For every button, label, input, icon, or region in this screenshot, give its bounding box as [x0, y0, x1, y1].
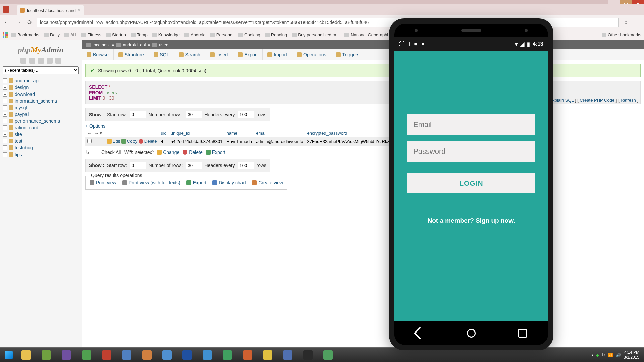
num-rows-input[interactable]	[186, 111, 202, 118]
create-view-link[interactable]: Create view	[252, 180, 283, 185]
taskbar-clock[interactable]: 4:14 PM 3/1/2015	[624, 350, 639, 360]
bookmark-item[interactable]: National Geographi...	[344, 32, 392, 37]
bookmark-item[interactable]: Cooking	[238, 32, 260, 37]
check-all-checkbox[interactable]	[94, 150, 98, 154]
taskbar-app[interactable]	[16, 349, 36, 361]
row-checkbox[interactable]	[87, 139, 92, 143]
print-full-link[interactable]: Print view (with full texts)	[122, 180, 180, 185]
expand-icon[interactable]: +	[3, 112, 7, 117]
column-header[interactable]: ←T→ ▼	[85, 129, 105, 137]
breadcrumb-server[interactable]: localhost	[93, 42, 110, 47]
bookmark-item[interactable]: Fitness	[81, 32, 101, 37]
breadcrumb-table[interactable]: users	[159, 42, 170, 47]
forward-button[interactable]: →	[14, 18, 22, 26]
db-tree-item[interactable]: +testnbug	[3, 144, 79, 151]
tab-insert[interactable]: Insert	[205, 49, 233, 60]
docs-icon[interactable]	[47, 58, 53, 64]
start-button[interactable]	[1, 349, 16, 361]
breadcrumb-db[interactable]: android_api	[123, 42, 146, 47]
signup-link[interactable]: Not a member? Sign up now.	[427, 217, 515, 224]
db-tree-item[interactable]: +information_schema	[3, 98, 79, 104]
column-header[interactable]: email	[254, 129, 305, 137]
expand-icon[interactable]: +	[3, 119, 7, 123]
print-view-link[interactable]: Print view	[90, 180, 116, 185]
logout-icon[interactable]	[29, 58, 35, 64]
taskbar-app[interactable]	[278, 349, 298, 361]
back-button[interactable]: ←	[3, 18, 11, 26]
email-field[interactable]	[407, 114, 535, 135]
db-tree-item[interactable]: +ration_card	[3, 124, 79, 131]
column-header[interactable]: unique_id	[169, 129, 225, 137]
expand-icon[interactable]: +	[3, 78, 7, 83]
taskbar-app[interactable]	[238, 349, 257, 361]
db-tree-item[interactable]: +test	[3, 138, 79, 144]
db-tree-item[interactable]: +paypal	[3, 111, 79, 118]
tab-search[interactable]: Search	[174, 49, 205, 60]
taskbar-app[interactable]	[258, 349, 277, 361]
reload-nav-icon[interactable]	[55, 58, 61, 64]
db-tree-item[interactable]: +android_api	[3, 77, 79, 84]
menu-icon[interactable]: ≡	[633, 18, 641, 26]
db-tree-item[interactable]: +download	[3, 91, 79, 98]
bookmark-item[interactable]: Buy personalized m...	[292, 32, 340, 37]
star-icon[interactable]: ☆	[622, 18, 630, 26]
batch-change[interactable]: Change	[157, 149, 179, 155]
taskbar-app[interactable]	[318, 349, 338, 361]
tray-up-icon[interactable]: ▴	[591, 353, 593, 357]
tray-network-icon[interactable]: ◆	[596, 353, 599, 357]
bookmark-item[interactable]: Reading	[265, 32, 287, 37]
login-button[interactable]: LOGIN	[407, 173, 535, 193]
tray-network-icon[interactable]: 📶	[608, 353, 613, 357]
tab-sql[interactable]: SQL	[149, 49, 174, 60]
android-home-button[interactable]	[467, 329, 476, 338]
bookmark-item[interactable]: Other bookmarks	[602, 32, 641, 37]
tab-triggers[interactable]: Triggers	[331, 49, 365, 60]
expand-icon[interactable]: +	[3, 152, 7, 157]
password-field[interactable]	[407, 141, 535, 162]
taskbar-app[interactable]	[137, 349, 157, 361]
expand-icon[interactable]: +	[3, 139, 7, 143]
browser-tab[interactable]: localhost / localhost / and ×	[17, 5, 84, 15]
db-tree-item[interactable]: +design	[3, 84, 79, 91]
db-tree-item[interactable]: +performance_schema	[3, 118, 79, 124]
create-php-link[interactable]: Create PHP Code	[580, 98, 614, 103]
taskbar-app[interactable]	[97, 349, 116, 361]
tab-structure[interactable]: Structure	[114, 49, 149, 60]
expand-icon[interactable]: +	[3, 85, 7, 90]
expand-icon[interactable]: +	[3, 132, 7, 137]
bookmark-item[interactable]: Bookmarks	[11, 32, 39, 37]
column-header[interactable]: name	[225, 129, 254, 137]
tray-volume-icon[interactable]: 🔊	[616, 353, 621, 357]
chrome-menu-icon[interactable]	[3, 6, 9, 13]
column-header[interactable]: encrypted_password	[305, 129, 404, 137]
android-back-button[interactable]	[414, 327, 426, 340]
bookmark-item[interactable]: Knowledge	[152, 32, 180, 37]
tray-flag-icon[interactable]: ⚐	[602, 353, 605, 357]
taskbar-app[interactable]	[37, 349, 56, 361]
bookmark-item[interactable]: Android	[184, 32, 206, 37]
android-recent-button[interactable]	[518, 329, 527, 338]
delete-link[interactable]: Delete	[139, 139, 157, 144]
bookmark-item[interactable]: Daily	[44, 32, 60, 37]
expand-icon[interactable]: +	[3, 125, 7, 130]
bookmark-item[interactable]: AH	[64, 32, 76, 37]
taskbar-app[interactable]	[198, 349, 217, 361]
bookmark-item[interactable]: Startup	[106, 32, 126, 37]
db-tree-item[interactable]: +site	[3, 131, 79, 138]
taskbar-app[interactable]	[218, 349, 237, 361]
db-tree-item[interactable]: +mysql	[3, 104, 79, 111]
recent-tables-select[interactable]: (Recent tables) ...	[3, 66, 79, 74]
tab-close-icon[interactable]: ×	[78, 8, 80, 13]
tab-export[interactable]: Export	[233, 49, 263, 60]
copy-link[interactable]: Copy	[121, 139, 137, 144]
taskbar-app[interactable]	[177, 349, 197, 361]
taskbar-app[interactable]	[298, 349, 318, 361]
bookmark-item[interactable]: Temp	[131, 32, 148, 37]
reload-button[interactable]: ⟳	[25, 18, 34, 26]
tab-import[interactable]: Import	[263, 49, 292, 60]
taskbar-app[interactable]	[157, 349, 177, 361]
start-row-input[interactable]	[130, 111, 146, 118]
home-icon[interactable]	[20, 58, 26, 64]
expand-icon[interactable]: +	[3, 105, 7, 110]
export-op-link[interactable]: Export	[186, 180, 206, 185]
